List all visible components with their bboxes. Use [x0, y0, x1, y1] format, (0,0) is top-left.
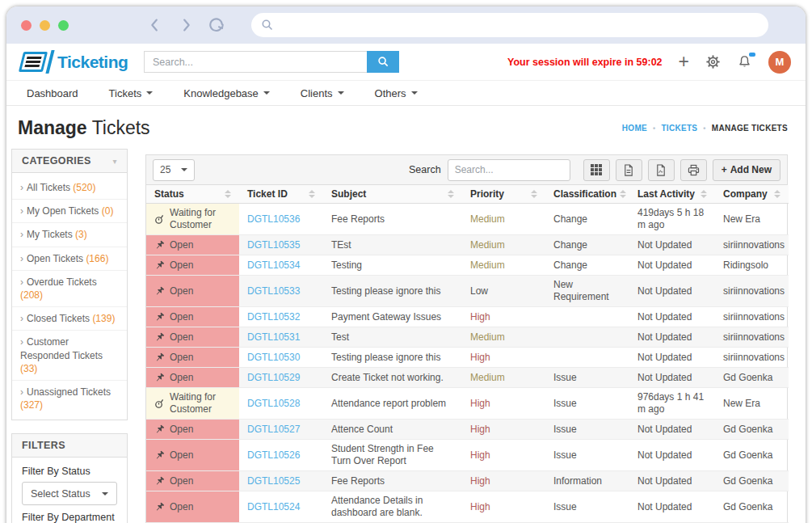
- table-header-row: Status Ticket ID Subject Priority Classi…: [146, 185, 789, 204]
- add-new-button[interactable]: + Add New: [713, 159, 780, 181]
- ticket-id-link[interactable]: DGTL10529: [247, 372, 300, 383]
- ticket-id-link[interactable]: DGTL10535: [247, 239, 300, 251]
- ticket-subject-cell: Fee Reports: [323, 204, 462, 235]
- ticket-id-link[interactable]: DGTL10527: [247, 424, 300, 435]
- ticket-last-activity-cell: Not Updated: [629, 368, 715, 388]
- ticket-row[interactable]: Open DGTL10535 TEst Medium Change Not Up…: [146, 235, 789, 255]
- ticket-last-activity-cell: 419days 5 h 18 m ago: [629, 204, 715, 235]
- nav-item-others[interactable]: Others: [375, 87, 418, 99]
- ticket-id-link[interactable]: DGTL10525: [247, 475, 300, 487]
- window-close-button[interactable]: [21, 20, 32, 31]
- browser-window: Ticketing Your session will expire in 59…: [6, 6, 806, 523]
- ticket-row[interactable]: Open DGTL10525 Fee Reports High Informat…: [146, 471, 789, 491]
- add-icon[interactable]: +: [679, 53, 689, 71]
- ticket-row[interactable]: Open DGTL10531 Test Medium Not Updated s…: [146, 327, 789, 348]
- ticket-classification-cell: Information: [545, 471, 629, 491]
- ticket-priority-cell: High: [462, 491, 545, 523]
- category-count: (0): [102, 205, 114, 217]
- col-classification[interactable]: Classification: [545, 185, 629, 204]
- nav-item-dashboard[interactable]: Dashboard: [27, 87, 78, 99]
- ticket-id-link[interactable]: DGTL10536: [247, 213, 300, 225]
- filter-status-select[interactable]: Select Status: [22, 482, 117, 505]
- pin-icon: [154, 260, 165, 271]
- window-minimize-button[interactable]: [40, 20, 50, 31]
- ticket-id-link[interactable]: DGTL10531: [247, 331, 300, 343]
- export-doc-button[interactable]: [616, 159, 642, 181]
- window-zoom-button[interactable]: [58, 20, 69, 31]
- print-button[interactable]: [680, 159, 707, 181]
- ticket-row[interactable]: Open DGTL10530 Testing please ignore thi…: [146, 348, 789, 368]
- category-item[interactable]: ›All Tickets (520): [12, 176, 127, 200]
- ticket-id-cell: DGTL10536: [239, 204, 323, 235]
- ticket-id-link[interactable]: DGTL10526: [247, 449, 300, 461]
- ticket-row[interactable]: Waiting for Customer DGTL10528 Attendanc…: [146, 388, 789, 420]
- gear-icon[interactable]: [705, 54, 721, 70]
- chevron-right-icon: ›: [20, 253, 23, 264]
- page-content: Manage Tickets HOME • TICKETS • MANAGE T…: [6, 106, 806, 523]
- col-status[interactable]: Status: [146, 185, 239, 204]
- ticket-row[interactable]: Open DGTL10527 Attence Count High Issue …: [146, 420, 789, 440]
- ticket-row[interactable]: Open DGTL10533 Testing please ignore thi…: [146, 276, 789, 307]
- category-item[interactable]: ›Open Tickets (166): [12, 247, 127, 271]
- app-logo[interactable]: Ticketing: [21, 50, 134, 74]
- chevron-down-icon: [146, 91, 153, 95]
- breadcrumb-home[interactable]: HOME: [622, 124, 647, 133]
- ticket-row[interactable]: Open DGTL10532 Payment Gateway Issues Hi…: [146, 307, 789, 327]
- category-item[interactable]: ›Closed Tickets (139): [12, 307, 127, 331]
- nav-item-tickets[interactable]: Tickets: [109, 87, 154, 99]
- search-icon: [377, 56, 389, 68]
- col-last-activity[interactable]: Last Activity: [629, 185, 715, 204]
- global-search-input[interactable]: [144, 51, 367, 73]
- ticket-classification-cell: [545, 348, 629, 368]
- col-ticket-id[interactable]: Ticket ID: [239, 185, 323, 204]
- ticket-row[interactable]: Open DGTL10529 Create Ticket not working…: [146, 368, 789, 388]
- forward-icon[interactable]: [177, 16, 195, 34]
- notifications-bell[interactable]: [737, 54, 752, 70]
- global-search-button[interactable]: [367, 51, 399, 73]
- url-bar[interactable]: [251, 13, 768, 37]
- category-item[interactable]: ›My Tickets (3): [12, 223, 127, 247]
- ticket-id-link[interactable]: DGTL10533: [247, 285, 300, 297]
- refresh-icon[interactable]: [208, 16, 225, 34]
- ticket-company-cell: Gd Goenka: [715, 491, 789, 523]
- ticket-status-cell: Open: [146, 440, 239, 471]
- ticket-status-cell: Waiting for Customer: [146, 388, 239, 420]
- ticket-priority-cell: High: [462, 307, 545, 327]
- ticket-id-link[interactable]: DGTL10532: [247, 311, 300, 323]
- avatar[interactable]: M: [768, 51, 791, 74]
- ticket-row[interactable]: Waiting for Customer DGTL10536 Fee Repor…: [146, 204, 789, 235]
- ticket-row[interactable]: Open DGTL10524 Attendance Details in das…: [146, 491, 789, 523]
- notification-badge: [749, 53, 755, 57]
- nav-item-knowledgebase[interactable]: Knowledgebase: [183, 87, 270, 99]
- browser-chrome: [6, 6, 806, 44]
- ticket-id-cell: DGTL10531: [239, 327, 323, 348]
- sort-icon: [309, 190, 315, 198]
- ticket-row[interactable]: Open DGTL10534 Testing Medium Change Not…: [146, 255, 789, 276]
- brand-name: Ticketing: [57, 53, 128, 72]
- col-company[interactable]: Company: [715, 185, 789, 204]
- table-search-input[interactable]: [448, 159, 570, 181]
- ticket-id-link[interactable]: DGTL10534: [247, 259, 300, 271]
- nav-item-clients[interactable]: Clients: [301, 87, 344, 99]
- back-icon[interactable]: [146, 16, 164, 34]
- ticket-last-activity-cell: Not Updated: [629, 327, 715, 348]
- category-item[interactable]: ›Customer Responded Tickets (33): [12, 331, 127, 381]
- col-priority[interactable]: Priority: [462, 185, 545, 204]
- ticket-last-activity-cell: Not Updated: [629, 420, 715, 440]
- export-pdf-button[interactable]: [648, 159, 675, 181]
- category-item[interactable]: ›My Open Tickets (0): [12, 200, 127, 223]
- ticket-subject-cell: Fee Reports: [323, 471, 462, 491]
- category-item[interactable]: ›Overdue Tickets (208): [12, 271, 127, 307]
- ticket-id-link[interactable]: DGTL10524: [247, 501, 300, 512]
- categories-header[interactable]: CATEGORIES ▾: [12, 150, 127, 173]
- waiting-icon: [154, 399, 165, 409]
- breadcrumb-tickets[interactable]: TICKETS: [661, 124, 697, 133]
- ticket-id-link[interactable]: DGTL10528: [247, 398, 300, 409]
- category-item[interactable]: ›Unassigned Tickets (327): [12, 381, 127, 416]
- ticket-id-link[interactable]: DGTL10530: [247, 352, 300, 363]
- ticket-row[interactable]: Open DGTL10526 Student Strength in Fee T…: [146, 440, 789, 471]
- col-subject[interactable]: Subject: [323, 185, 462, 204]
- export-grid-button[interactable]: [583, 159, 610, 181]
- page-size-select[interactable]: 25: [153, 159, 195, 181]
- ticket-id-cell: DGTL10535: [239, 235, 323, 255]
